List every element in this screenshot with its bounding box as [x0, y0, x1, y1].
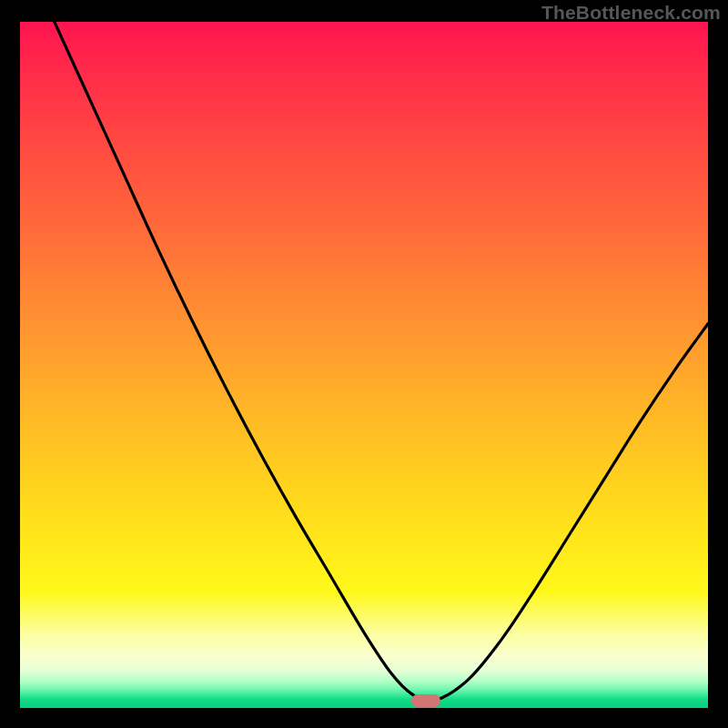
attribution-label: TheBottleneck.com: [541, 2, 721, 24]
bottleneck-curve-path: [55, 22, 708, 702]
curve-layer: [20, 22, 708, 708]
chart-frame: TheBottleneck.com: [0, 0, 728, 728]
minimum-marker: [411, 694, 440, 707]
plot-area: [20, 22, 708, 708]
